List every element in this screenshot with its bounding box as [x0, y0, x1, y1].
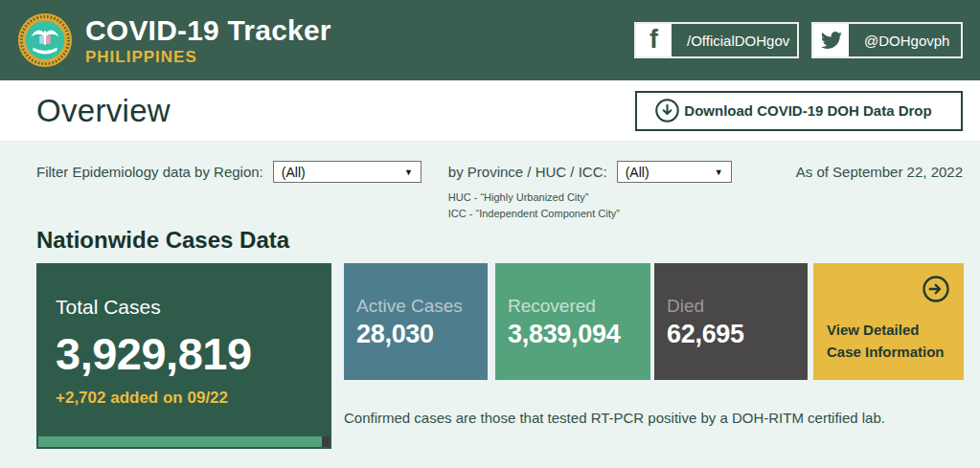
died-card: Died 62,695 — [654, 263, 808, 380]
download-label: Download COVID-19 DOH Data Drop — [684, 102, 956, 119]
huc-note: HUC - “Highly Urbanized City” — [448, 189, 732, 206]
recovered-value: 3,839,094 — [508, 320, 638, 349]
region-dropdown[interactable]: (All) ▼ — [273, 161, 422, 183]
covid-tracker-dashboard: COVID-19 Tracker PHILIPPINES f /Official… — [0, 0, 980, 468]
caret-down-icon: ▼ — [715, 167, 723, 177]
scrollbar-track-end — [322, 436, 330, 447]
kpi-column: Active Cases 28,030 Recovered 3,839,094 … — [344, 263, 964, 426]
total-card-scrollbar[interactable] — [38, 436, 330, 447]
region-filter-group: Filter Epidemiology data by Region: (All… — [36, 161, 422, 183]
cards-area: Total Cases 3,929,819 +2,702 added on 09… — [36, 263, 963, 449]
facebook-button[interactable]: f /OfficialDOHgov — [634, 22, 799, 58]
active-cases-card: Active Cases 28,030 — [344, 263, 488, 380]
facebook-icon: f — [636, 24, 672, 56]
region-dropdown-value: (All) — [282, 165, 306, 180]
caret-down-icon: ▼ — [404, 167, 413, 177]
circle-arrow-right-icon — [922, 275, 950, 303]
icc-note: ICC - “Independent Component City” — [448, 206, 732, 222]
province-dropdown-value: (All) — [626, 165, 650, 180]
twitter-handle: @DOHgovph — [849, 24, 965, 56]
title-block: COVID-19 Tracker PHILIPPINES — [85, 14, 331, 67]
total-cases-card: Total Cases 3,929,819 +2,702 added on 09… — [36, 263, 331, 449]
confirmed-cases-footnote: Confirmed cases are those that tested RT… — [344, 410, 964, 426]
recovered-card: Recovered 3,839,094 — [495, 263, 650, 380]
overview-bar: Overview Download COVID-19 DOH Data Drop — [0, 80, 980, 142]
region-filter-label: Filter Epidemiology data by Region: — [36, 164, 263, 180]
died-label: Died — [667, 296, 795, 317]
doh-seal-logo — [17, 12, 73, 68]
total-cases-label: Total Cases — [56, 296, 312, 319]
twitter-button[interactable]: @DOHgovph — [811, 22, 963, 58]
app-title: COVID-19 Tracker — [85, 14, 331, 46]
died-value: 62,695 — [667, 320, 795, 349]
view-detail-card-button[interactable]: View Detailed Case Information — [813, 263, 964, 380]
section-title: Nationwide Cases Data — [36, 227, 963, 254]
facebook-handle: /OfficialDOHgov — [672, 24, 805, 56]
as-of-date: As of September 22, 2022 — [796, 161, 963, 180]
main-panel: Filter Epidemiology data by Region: (All… — [0, 142, 980, 449]
recovered-label: Recovered — [508, 296, 638, 317]
province-filter-group: by Province / HUC / ICC: (All) ▼ HUC - “… — [448, 161, 732, 221]
total-cases-value: 3,929,819 — [56, 327, 312, 380]
filter-notes: HUC - “Highly Urbanized City” ICC - “Ind… — [448, 189, 732, 221]
total-cases-delta: +2,702 added on 09/22 — [56, 389, 312, 408]
download-icon — [654, 98, 680, 123]
province-filter-label: by Province / HUC / ICC: — [448, 164, 607, 180]
view-detail-label: View Detailed Case Information — [827, 320, 950, 363]
app-subtitle: PHILIPPINES — [85, 48, 331, 67]
kpi-cards-row: Active Cases 28,030 Recovered 3,839,094 … — [344, 263, 964, 380]
province-dropdown[interactable]: (All) ▼ — [617, 161, 732, 183]
twitter-icon — [813, 24, 849, 56]
download-data-button[interactable]: Download COVID-19 DOH Data Drop — [635, 91, 963, 131]
active-cases-value: 28,030 — [356, 320, 475, 349]
active-cases-label: Active Cases — [356, 296, 475, 317]
page-title: Overview — [36, 93, 171, 129]
header-bar: COVID-19 Tracker PHILIPPINES f /Official… — [0, 0, 980, 80]
filter-row: Filter Epidemiology data by Region: (All… — [36, 161, 963, 221]
